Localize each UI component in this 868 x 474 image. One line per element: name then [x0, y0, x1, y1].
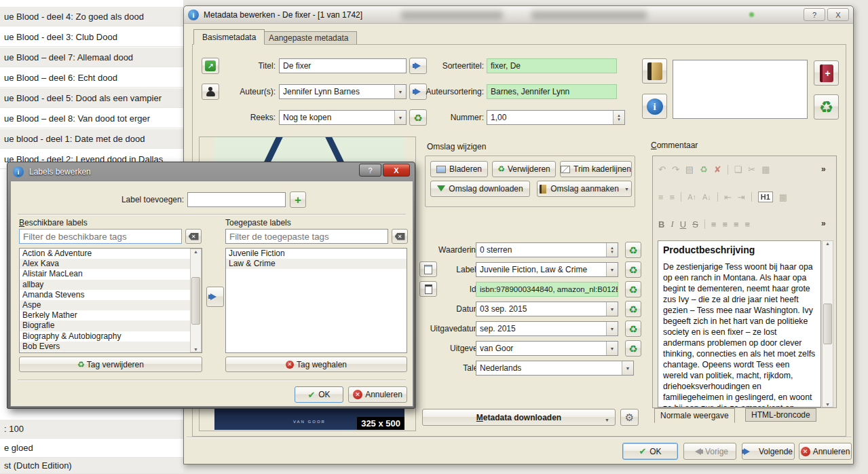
add-label-button[interactable]: +: [290, 192, 306, 208]
list-item[interactable]: Juvenile Fiction: [226, 249, 407, 259]
cancel-button[interactable]: ✕Annuleren: [348, 386, 407, 403]
superscript-icon[interactable]: A↑: [687, 193, 696, 201]
remove-cover-button[interactable]: ♻Verwijderen: [492, 161, 556, 177]
toolbar-overflow-icon[interactable]: »: [821, 164, 826, 174]
remove-formatting-icon[interactable]: ✘: [714, 164, 721, 175]
available-filter-input[interactable]: [19, 229, 182, 244]
paste-id-button[interactable]: [419, 281, 437, 297]
author-sort-input[interactable]: Barnes, Jennifer Lynn: [487, 84, 617, 99]
numbered-list-icon[interactable]: ≡: [670, 192, 675, 202]
toolbar-overflow-icon[interactable]: »: [821, 219, 826, 228]
list-item[interactable]: allbay: [20, 280, 202, 290]
next-button[interactable]: Volgende: [742, 443, 795, 460]
comments-text-area[interactable]: Productbeschrijving De zestienjarige Tes…: [658, 240, 821, 407]
download-cover-button[interactable]: Omslag downloaden: [430, 181, 530, 197]
list-item[interactable]: ue Blood - deel 4: Zo goed als dood: [0, 7, 183, 26]
copy-icon[interactable]: ❏: [734, 164, 742, 175]
chevron-down-icon[interactable]: ▼: [622, 361, 633, 375]
align-center-icon[interactable]: ≡: [722, 219, 728, 230]
add-format-button[interactable]: +: [814, 60, 839, 86]
spinner-arrows-icon[interactable]: ▲▼: [606, 243, 618, 257]
paste-icon[interactable]: ▦: [761, 164, 770, 175]
chevron-down-icon[interactable]: ▼: [606, 302, 618, 316]
chevron-down-icon[interactable]: ▼: [606, 263, 618, 276]
italic-icon[interactable]: I: [671, 219, 673, 230]
generate-cover-button[interactable]: Omslag aanmaken▼: [537, 181, 632, 197]
authors-combo[interactable]: Jennifer Lynn Barnes▼: [279, 84, 407, 99]
cancel-button[interactable]: ✕Annuleren: [799, 443, 852, 460]
comments-scrollbar[interactable]: ▲▼: [822, 240, 833, 407]
clear-available-filter-button[interactable]: ✕: [185, 229, 202, 244]
list-item[interactable]: ue Blood – deel 7: Allemaal dood: [0, 48, 183, 67]
tab-aangepaste-metadata[interactable]: Aangepaste metadata: [260, 31, 357, 45]
tab-basismetadata[interactable]: Basismetadata: [193, 29, 265, 45]
download-settings-button[interactable]: ⚙: [620, 409, 639, 426]
indent-icon[interactable]: ⇥: [738, 192, 745, 202]
swap-title-author-button[interactable]: ↗: [202, 58, 219, 74]
previous-button[interactable]: Vorige: [683, 443, 736, 460]
ids-input[interactable]: isbn:9789000344840, amazon_nl:B012B2W: [476, 282, 618, 297]
undo-icon[interactable]: ↶: [658, 164, 666, 175]
select-all-icon[interactable]: ▤: [685, 164, 694, 175]
list-item[interactable]: Biography & Autobiography: [20, 331, 202, 342]
clear-applied-filter-button[interactable]: ✕: [392, 229, 408, 244]
series-combo[interactable]: Nog te kopen▼: [279, 110, 407, 125]
delete-tag-button[interactable]: ♻Tag verwijderen: [19, 357, 202, 372]
close-button[interactable]: X: [827, 8, 849, 21]
list-item[interactable]: Alistair MacLean: [20, 269, 202, 279]
clear-tags-button[interactable]: ♻: [625, 261, 641, 278]
remove-applied-tag-button[interactable]: ✕Tag weghalen: [225, 357, 407, 372]
list-item[interactable]: st (Dutch Edition): [0, 458, 183, 474]
manage-authors-button[interactable]: [202, 84, 219, 100]
remove-format-button[interactable]: ♻: [814, 94, 839, 120]
download-metadata-button[interactable]: Metadata downloaden▼: [422, 409, 616, 426]
pubdate-combo[interactable]: sep. 2015▼: [476, 321, 618, 336]
ok-button[interactable]: ✔OK: [295, 386, 343, 403]
applied-filter-input[interactable]: [225, 229, 388, 244]
list-item[interactable]: Berkely Mather: [20, 310, 202, 321]
languages-combo[interactable]: Nederlands▼: [476, 361, 634, 376]
list-item[interactable]: Bob Evers: [20, 342, 202, 352]
list-item[interactable]: Aspe: [20, 300, 202, 310]
comments-tab-normal[interactable]: Normale weergave: [654, 408, 735, 423]
applied-labels-list[interactable]: Juvenile Fiction Law & Crime: [225, 248, 407, 353]
list-item[interactable]: Action & Adventure: [20, 249, 202, 259]
chevron-down-icon[interactable]: ▼: [394, 111, 406, 124]
list-item[interactable]: Biografie: [20, 321, 202, 331]
rating-spinner[interactable]: 0 sterren▲▼: [476, 242, 618, 257]
list-item[interactable]: ue blood - deel 1: Date met de dood: [0, 129, 183, 149]
bullet-list-icon[interactable]: ≡: [658, 192, 664, 202]
formats-list[interactable]: [673, 60, 808, 119]
heading-style-button[interactable]: H1: [758, 192, 773, 202]
underline-icon[interactable]: U: [680, 219, 686, 230]
insert-table-icon[interactable]: ▦: [779, 192, 787, 202]
align-justify-icon[interactable]: ≡: [745, 219, 751, 230]
align-left-icon[interactable]: ≡: [711, 219, 717, 230]
list-item[interactable]: ue Blood – deel 6: Echt dood: [0, 68, 183, 88]
open-tag-editor-button[interactable]: [419, 261, 437, 277]
clear-rating-button[interactable]: ♻: [625, 242, 641, 258]
sort-title-input[interactable]: fixer, De: [487, 58, 617, 73]
available-labels-list[interactable]: Action & Adventure Alex Kava Alistair Ma…: [19, 248, 202, 353]
publisher-combo[interactable]: van Goor▼: [476, 341, 618, 356]
open-book-button[interactable]: [642, 58, 667, 84]
ok-button[interactable]: ✔OK: [622, 443, 678, 460]
browse-cover-button[interactable]: Bladeren: [430, 161, 488, 177]
list-item[interactable]: Alex Kava: [20, 259, 202, 269]
help-button[interactable]: ?: [359, 164, 381, 177]
dialog-titlebar[interactable]: i Labels bewerken: [7, 162, 415, 181]
clear-date-button[interactable]: ♻: [625, 301, 641, 317]
clear-comment-icon[interactable]: ♻: [700, 164, 708, 175]
outdent-icon[interactable]: ⇤: [724, 192, 732, 202]
auto-sort-title-button[interactable]: [409, 58, 427, 74]
list-item[interactable]: ue Blood – deel 8: Van dood tot erger: [0, 109, 183, 128]
add-label-input[interactable]: [187, 192, 286, 207]
list-item[interactable]: : 100: [0, 420, 183, 439]
clear-series-button[interactable]: ♻: [409, 109, 427, 126]
list-item[interactable]: e gloed: [0, 439, 183, 458]
clear-publisher-button[interactable]: ♻: [625, 340, 641, 357]
cut-icon[interactable]: ✂: [748, 164, 755, 175]
strikethrough-icon[interactable]: S: [692, 219, 698, 230]
apply-tag-button[interactable]: [206, 287, 224, 307]
chevron-down-icon[interactable]: ▼: [394, 85, 406, 98]
